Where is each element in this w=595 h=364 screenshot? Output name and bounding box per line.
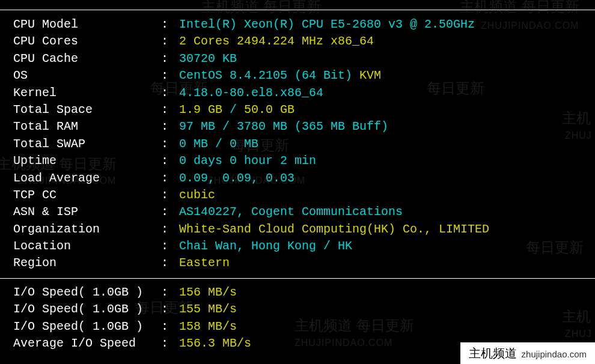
info-row: CPU Cores: 2 Cores 2494.224 MHz x86_64 (0, 33, 595, 50)
row-value: 2 Cores 2494.224 MHz x86_64 (179, 33, 374, 50)
row-separator: : (161, 33, 179, 50)
row-value: 156 MB/s (179, 284, 237, 301)
info-row: Location: Chai Wan, Hong Kong / HK (0, 238, 595, 255)
row-separator: : (161, 85, 179, 102)
row-separator: : (161, 170, 179, 187)
row-value: 0 MB / 0 MB (179, 136, 258, 153)
row-label: Uptime (6, 153, 161, 169)
row-label: ASN & ISP (6, 204, 161, 220)
row-value: CentOS 8.4.2105 (64 Bit) KVM (179, 67, 381, 84)
row-separator: : (161, 50, 179, 67)
row-value: 156.3 MB/s (179, 335, 251, 352)
row-separator: : (161, 102, 179, 118)
info-row: Uptime: 0 days 0 hour 2 min (0, 153, 595, 169)
info-row: I/O Speed( 1.0GB ): 155 MB/s (0, 301, 595, 318)
info-row: I/O Speed( 1.0GB ): 158 MB/s (0, 318, 595, 335)
row-separator: : (161, 221, 179, 238)
info-row: Total SWAP: 0 MB / 0 MB (0, 136, 595, 153)
row-label: Total Space (6, 102, 161, 118)
row-separator: : (161, 238, 179, 255)
row-separator: : (161, 16, 179, 33)
row-value: 4.18.0-80.el8.x86_64 (179, 85, 323, 102)
info-row: Region: Eastern (0, 255, 595, 271)
terminal-output: CPU Model: Intel(R) Xeon(R) CPU E5-2680 … (0, 10, 595, 352)
info-row: Organization: White-Sand Cloud Computing… (0, 221, 595, 238)
row-value: 97 MB / 3780 MB (365 MB Buff) (179, 118, 388, 135)
info-row: OS: CentOS 8.4.2105 (64 Bit) KVM (0, 67, 595, 84)
info-row: ASN & ISP: AS140227, Cogent Communicatio… (0, 204, 595, 220)
info-row: Load Average: 0.09, 0.09, 0.03 (0, 170, 595, 187)
row-label: CPU Cores (6, 33, 161, 50)
row-separator: : (161, 284, 179, 301)
row-label: I/O Speed( 1.0GB ) (6, 284, 161, 301)
row-label: Total RAM (6, 118, 161, 135)
row-separator: : (161, 118, 179, 135)
info-row: Total Space: 1.9 GB / 50.0 GB (0, 102, 595, 118)
row-label: Kernel (6, 85, 161, 102)
row-separator: : (161, 204, 179, 220)
row-value: 30720 KB (179, 50, 237, 67)
info-row: TCP CC: cubic (0, 187, 595, 204)
row-value: Intel(R) Xeon(R) CPU E5-2680 v3 @ 2.50GH… (179, 16, 475, 33)
info-row: CPU Cache: 30720 KB (0, 50, 595, 67)
row-separator: : (161, 187, 179, 204)
row-value: White-Sand Cloud Computing(HK) Co., LIMI… (179, 221, 489, 238)
row-label: Total SWAP (6, 136, 161, 153)
info-row: CPU Model: Intel(R) Xeon(R) CPU E5-2680 … (0, 16, 595, 33)
row-label: Load Average (6, 170, 161, 187)
row-value: 158 MB/s (179, 318, 237, 335)
row-separator: : (161, 318, 179, 335)
row-value: 0 days 0 hour 2 min (179, 153, 316, 169)
row-separator: : (161, 255, 179, 271)
row-separator: : (161, 153, 179, 169)
divider (0, 278, 595, 279)
row-label: CPU Cache (6, 50, 161, 67)
row-value: 155 MB/s (179, 301, 237, 318)
row-value: 0.09, 0.09, 0.03 (179, 170, 294, 187)
row-value: cubic (179, 187, 215, 204)
row-label: CPU Model (6, 16, 161, 33)
row-label: I/O Speed( 1.0GB ) (6, 301, 161, 318)
row-separator: : (161, 301, 179, 318)
row-separator: : (161, 335, 179, 352)
row-label: I/O Speed( 1.0GB ) (6, 318, 161, 335)
info-row: Kernel: 4.18.0-80.el8.x86_64 (0, 85, 595, 102)
row-label: Region (6, 255, 161, 271)
row-separator: : (161, 67, 179, 84)
badge-url: zhujipindao.com (522, 348, 587, 360)
badge-title: 主机频道 (469, 345, 517, 362)
row-value: Chai Wan, Hong Kong / HK (179, 238, 352, 255)
source-badge: 主机频道 zhujipindao.com (460, 342, 595, 364)
info-row: Total RAM: 97 MB / 3780 MB (365 MB Buff) (0, 118, 595, 135)
row-label: Average I/O Speed (6, 335, 161, 352)
row-value: 1.9 GB / 50.0 GB (179, 102, 294, 118)
row-label: TCP CC (6, 187, 161, 204)
info-row: I/O Speed( 1.0GB ): 156 MB/s (0, 284, 595, 301)
row-value: Eastern (179, 255, 230, 271)
row-label: OS (6, 67, 161, 84)
row-separator: : (161, 136, 179, 153)
divider (0, 10, 595, 10)
row-value: AS140227, Cogent Communications (179, 204, 403, 220)
row-label: Location (6, 238, 161, 255)
row-label: Organization (6, 221, 161, 238)
